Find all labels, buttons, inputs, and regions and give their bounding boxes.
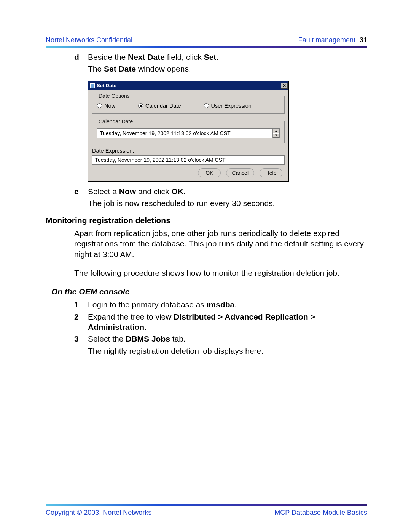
calendar-date-field[interactable]: ▲ ▼ xyxy=(97,128,280,138)
radio-label: Calendar Date xyxy=(145,103,181,109)
step-3: 3 Select the DBMS Jobs tab. xyxy=(74,334,367,344)
section-paragraph: Apart from replication jobs, one other j… xyxy=(74,228,367,259)
section-paragraph: The following procedure shows how to mon… xyxy=(74,268,367,278)
close-icon[interactable]: ✕ xyxy=(281,83,288,89)
calendar-date-input[interactable] xyxy=(97,129,272,138)
page-header: Nortel Networks Confidential Fault manag… xyxy=(46,36,367,44)
footer-rule xyxy=(46,504,367,506)
date-options-legend: Date Options xyxy=(97,93,131,99)
calendar-date-legend: Calendar Date xyxy=(97,118,134,125)
step-number: 2 xyxy=(74,312,88,332)
step-letter: d xyxy=(74,52,88,62)
radio-user-expression[interactable]: User Expression xyxy=(204,103,252,109)
set-date-dialog: Set Date ✕ Date Options Now Calendar Dat… xyxy=(88,81,289,182)
step-2: 2 Expand the tree to view Distributed > … xyxy=(74,312,367,332)
header-confidential: Nortel Networks Confidential xyxy=(46,36,132,44)
page-footer: Copyright © 2003, Nortel Networks MCP Da… xyxy=(46,504,367,517)
step-text-line2: The Set Date window opens. xyxy=(88,64,367,74)
radio-icon xyxy=(204,103,209,108)
radio-label: User Expression xyxy=(211,103,252,109)
step-text: Expand the tree to view Distributed > Ad… xyxy=(88,312,367,332)
spinner[interactable]: ▲ ▼ xyxy=(272,129,279,138)
radio-label: Now xyxy=(104,103,115,109)
help-button[interactable]: Help xyxy=(260,168,282,177)
date-expression-label: Date Expression: xyxy=(92,148,285,154)
radio-icon xyxy=(138,103,143,108)
step-d: d Beside the Next Date field, click Set. xyxy=(74,52,367,62)
subheading-oem: On the OEM console xyxy=(51,287,367,296)
step-text-line2: The job is now rescheduled to run every … xyxy=(88,198,367,208)
step-e: e Select a Now and click OK. xyxy=(74,186,367,197)
step-letter: e xyxy=(74,186,88,197)
step-text: Select the DBMS Jobs tab. xyxy=(88,334,367,344)
step-1: 1 Login to the primary database as imsdb… xyxy=(74,299,367,310)
header-section: Fault management 31 xyxy=(298,36,367,44)
ok-button[interactable]: OK xyxy=(198,168,221,177)
step-text: Beside the Next Date field, click Set. xyxy=(88,52,367,62)
section-heading-monitoring: Monitoring registration deletions xyxy=(46,216,367,225)
radio-calendar-date[interactable]: Calendar Date xyxy=(138,103,181,109)
titlebar: Set Date ✕ xyxy=(88,81,288,90)
step-text: Login to the primary database as imsdba. xyxy=(88,299,367,310)
calendar-date-group: Calendar Date ▲ ▼ xyxy=(92,118,285,143)
radio-now[interactable]: Now xyxy=(97,103,115,109)
step-text-line2: The nightly registration deletion job di… xyxy=(88,346,367,356)
app-icon xyxy=(90,83,95,88)
step-number: 1 xyxy=(74,299,88,310)
cancel-button[interactable]: Cancel xyxy=(226,168,254,177)
dialog-title: Set Date xyxy=(97,83,116,88)
date-options-group: Date Options Now Calendar Date User E xyxy=(92,93,285,114)
footer-doc-title: MCP Database Module Basics xyxy=(274,509,367,517)
step-number: 3 xyxy=(74,334,88,344)
step-text: Select a Now and click OK. xyxy=(88,186,367,197)
spin-down-icon[interactable]: ▼ xyxy=(273,133,279,138)
page-number: 31 xyxy=(360,36,367,44)
radio-icon xyxy=(97,103,102,108)
footer-copyright: Copyright © 2003, Nortel Networks xyxy=(46,509,151,517)
header-rule xyxy=(46,46,367,48)
spin-up-icon[interactable]: ▲ xyxy=(273,129,279,133)
date-expression-input[interactable] xyxy=(92,155,285,165)
